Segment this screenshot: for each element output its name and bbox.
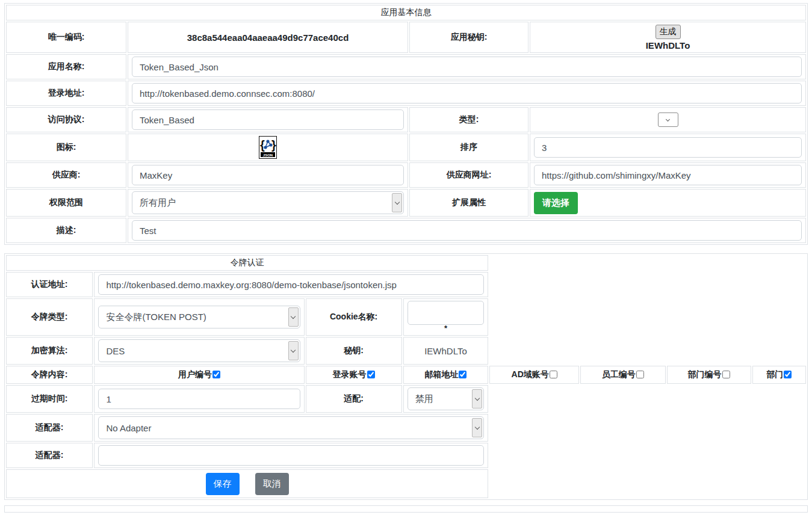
type-label: 类型: xyxy=(409,107,528,132)
table-row: 过期时间: 适配: 禁用 xyxy=(6,385,806,413)
login-url-label: 登录地址: xyxy=(6,81,126,106)
cookie-name-label: Cookie名称: xyxy=(306,298,402,336)
scope-select-value: 所有用户 xyxy=(140,197,176,209)
section-title-token: 令牌认证 xyxy=(6,255,488,271)
app-name-input[interactable] xyxy=(132,57,802,77)
choose-ext-attr-button[interactable]: 请选择 xyxy=(534,192,578,214)
protocol-input[interactable] xyxy=(132,109,404,130)
required-mark: * xyxy=(408,325,485,333)
scope-label: 权限范围 xyxy=(6,189,126,217)
description-input[interactable] xyxy=(132,220,802,241)
table-row: 认证地址: xyxy=(6,272,806,297)
app-secret-value: IEWhDLTo xyxy=(646,40,690,51)
auth-url-input[interactable] xyxy=(98,274,484,295)
app-secret-label: 应用秘钥: xyxy=(409,22,528,53)
adapt-label: 适配: xyxy=(306,385,402,413)
adapt-select-value: 禁用 xyxy=(415,393,433,405)
section-title-basic: 应用基本信息 xyxy=(6,5,806,20)
protocol-label: 访问协议: xyxy=(6,107,126,132)
auth-url-label: 认证地址: xyxy=(6,272,93,297)
description-label: 描述: xyxy=(6,218,126,243)
unique-code-label: 唯一编码: xyxy=(6,22,126,53)
bottom-empty-panel xyxy=(4,505,808,513)
token-field-label: AD域账号 xyxy=(512,369,549,379)
token-field-checkbox[interactable] xyxy=(722,371,730,378)
ext-attr-label: 扩展属性 xyxy=(409,189,528,217)
chevron-down-icon xyxy=(666,117,670,121)
token-field-label: 用户编号 xyxy=(178,369,212,379)
app-name-label: 应用名称: xyxy=(6,54,126,79)
type-select[interactable] xyxy=(658,113,678,127)
vendor-label: 供应商: xyxy=(6,162,126,188)
token-field-checkbox[interactable] xyxy=(636,371,644,378)
secret-value: IEWhDLTo xyxy=(403,337,489,365)
secret-label: 秘钥: xyxy=(306,337,402,365)
table-row: 唯一编码: 38c8a544eaa04aaeaa49d9c77ace40cd 应… xyxy=(6,22,806,53)
token-field-checkbox[interactable] xyxy=(212,371,220,378)
table-row: 图标: { } xyxy=(6,134,806,161)
vendor-url-label: 供应商网址: xyxy=(409,162,528,188)
unique-code-value: 38c8a544eaa04aaeaa49d9c77ace40cd xyxy=(128,22,408,53)
vendor-input[interactable] xyxy=(132,165,404,185)
chevron-down-icon xyxy=(291,347,296,352)
table-row: 保存 取消 xyxy=(6,469,806,498)
login-url-input[interactable] xyxy=(132,83,802,103)
app-config-page: 应用基本信息 唯一编码: 38c8a544eaa04aaeaa49d9c77ac… xyxy=(0,0,812,517)
token-field-label: 员工编号 xyxy=(602,369,636,379)
token-field-checkbox[interactable] xyxy=(550,371,557,378)
token-field-checkbox[interactable] xyxy=(367,371,375,378)
svg-text:JSON: JSON xyxy=(263,153,273,157)
token-content-label: 令牌内容: xyxy=(6,366,93,384)
token-type-select-value: 安全令牌(TOKEN POST) xyxy=(106,312,206,323)
table-row: 令牌内容: 用户编号 登录账号 邮箱地址 AD域账号 员工编号 部门编号 部门 xyxy=(6,366,806,384)
table-row: 访问协议: 类型: xyxy=(6,107,806,132)
generate-secret-button[interactable]: 生成 xyxy=(655,25,681,39)
chevron-down-icon xyxy=(291,313,296,318)
chevron-down-icon xyxy=(394,199,399,204)
token-auth-table: 令牌认证 认证地址: 令牌类型: 安全令牌(TOKEN POST) Cookie… xyxy=(4,253,808,500)
table-row: 描述: xyxy=(6,218,806,243)
table-row: 适配器: No Adapter xyxy=(6,414,806,442)
icon-label: 图标: xyxy=(6,134,126,161)
algorithm-select[interactable]: DES xyxy=(98,339,300,362)
chevron-down-icon xyxy=(475,395,480,400)
token-field-label: 部门 xyxy=(766,369,783,379)
vendor-url-input[interactable] xyxy=(534,165,802,185)
cancel-button[interactable]: 取消 xyxy=(255,473,289,495)
chevron-down-icon xyxy=(475,424,480,429)
svg-text:{: { xyxy=(260,138,265,152)
token-field-checkbox[interactable] xyxy=(784,371,792,378)
table-row: 应用名称: xyxy=(6,54,806,79)
adapter-select-label: 适配器: xyxy=(6,414,93,442)
expires-input[interactable] xyxy=(98,389,300,409)
table-row: 权限范围 所有用户 扩展属性 请选择 xyxy=(6,189,806,217)
adapt-select[interactable]: 禁用 xyxy=(408,387,485,410)
adapter-select-value: No Adapter xyxy=(106,423,151,433)
json-app-icon: { } JSON xyxy=(259,136,277,159)
algorithm-select-value: DES xyxy=(106,346,125,356)
token-field-label: 登录账号 xyxy=(333,369,367,379)
token-type-label: 令牌类型: xyxy=(6,298,93,336)
table-row: 登录地址: xyxy=(6,81,806,106)
table-row: 令牌类型: 安全令牌(TOKEN POST) Cookie名称: * xyxy=(6,298,806,336)
table-row: 适配器: xyxy=(6,443,806,468)
cookie-name-input[interactable] xyxy=(408,301,485,325)
table-row: 应用基本信息 xyxy=(6,5,806,20)
sort-label: 排序 xyxy=(409,134,528,161)
sort-input[interactable] xyxy=(534,137,802,158)
token-type-select[interactable]: 安全令牌(TOKEN POST) xyxy=(98,306,300,328)
scope-select[interactable]: 所有用户 xyxy=(132,191,404,214)
token-field-label: 邮箱地址 xyxy=(424,369,458,379)
token-field-label: 部门编号 xyxy=(688,369,722,379)
save-button[interactable]: 保存 xyxy=(206,473,240,495)
adapter-input[interactable] xyxy=(98,445,484,466)
algorithm-label: 加密算法: xyxy=(6,337,93,365)
table-row: 令牌认证 xyxy=(6,255,806,271)
token-field-checkbox[interactable] xyxy=(459,371,466,378)
expires-label: 过期时间: xyxy=(6,385,93,413)
table-row: 加密算法: DES 秘钥: IEWhDLTo xyxy=(6,337,806,365)
table-row: 供应商: 供应商网址: xyxy=(6,162,806,188)
basic-info-table: 应用基本信息 唯一编码: 38c8a544eaa04aaeaa49d9c77ac… xyxy=(4,3,808,245)
adapter-select[interactable]: No Adapter xyxy=(98,416,484,439)
adapter-input-label: 适配器: xyxy=(6,443,93,468)
